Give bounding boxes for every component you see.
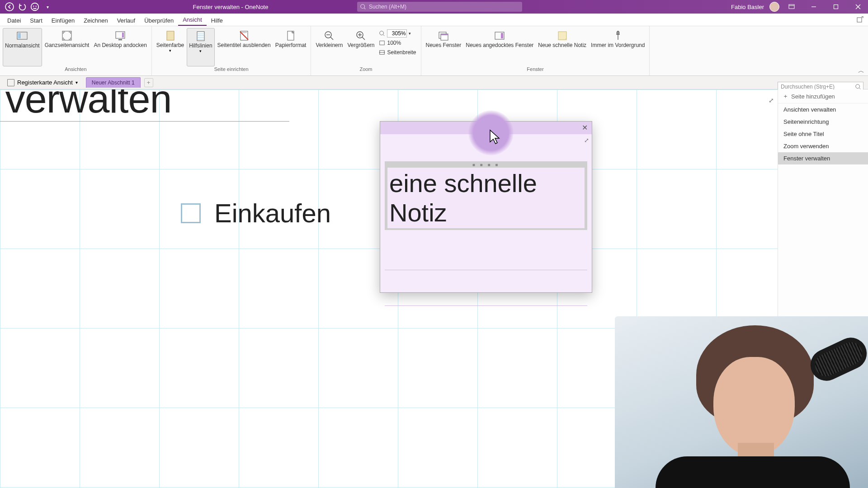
touch-mode-icon[interactable] — [30, 2, 40, 12]
share-icon[interactable] — [856, 16, 863, 23]
qat-dropdown-icon[interactable]: ▾ — [42, 2, 52, 12]
svg-rect-20 — [167, 31, 174, 40]
svg-rect-18 — [122, 33, 124, 38]
svg-line-50 — [859, 88, 861, 89]
ribbon: Normalansicht Ganzseitenansicht An Deskt… — [0, 26, 868, 76]
svg-rect-12 — [857, 18, 862, 22]
zoom-out-button[interactable]: Verkleinern — [314, 28, 344, 66]
undo-icon[interactable] — [17, 2, 27, 12]
minimize-icon[interactable] — [803, 0, 824, 14]
ribbon-display-icon[interactable] — [781, 0, 802, 14]
quick-note-text[interactable]: eine schnelle Notiz — [387, 168, 585, 228]
webcam-overlay — [615, 316, 868, 488]
tab-datei[interactable]: Datei — [3, 15, 25, 26]
group-ansichten: Ansichten — [65, 66, 86, 74]
back-icon[interactable] — [5, 2, 14, 12]
svg-rect-39 — [380, 41, 385, 45]
page-list-item[interactable]: Ansichten verwalten — [778, 103, 868, 116]
page-color-button[interactable]: Seitenfarbe▾ — [155, 28, 186, 66]
tab-hilfe[interactable]: Hilfe — [207, 15, 227, 26]
page-list-item[interactable]: Seite ohne Titel — [778, 128, 868, 140]
todo-checkbox[interactable] — [181, 203, 201, 223]
group-fenster: Fenster — [527, 66, 543, 74]
zoom-level-input[interactable] — [387, 29, 407, 38]
svg-rect-47 — [558, 32, 566, 40]
dock-desktop-button[interactable]: An Desktop andocken — [92, 28, 148, 66]
maximize-icon[interactable] — [826, 0, 846, 14]
search-box[interactable]: Suchen (Alt+M) — [357, 2, 522, 12]
svg-line-31 — [330, 37, 333, 40]
rule-lines-button[interactable]: Hilfslinien▾ — [187, 28, 214, 66]
quick-note-expand-icon[interactable]: ⤢ — [584, 137, 589, 144]
quick-note-text-container[interactable]: ■ ■ ■ ■ eine schnelle Notiz — [385, 161, 587, 230]
hide-title-button[interactable]: Seitentitel ausblenden — [216, 28, 273, 66]
new-window-button[interactable]: Neues Fenster — [424, 28, 463, 66]
svg-rect-14 — [18, 33, 21, 38]
tab-ueberpruefen[interactable]: Überprüfen — [140, 15, 178, 26]
normal-view-button[interactable]: Normalansicht — [3, 28, 42, 66]
quick-note-lines — [385, 235, 587, 307]
svg-line-5 — [364, 8, 366, 9]
svg-point-3 — [36, 5, 37, 6]
zoom-level-row[interactable]: ▾ — [379, 29, 416, 38]
tab-verlauf[interactable]: Verlauf — [113, 15, 140, 26]
new-docked-window-button[interactable]: Neues angedocktes Fenster — [464, 28, 535, 66]
add-section-button[interactable]: + — [144, 78, 153, 87]
notebook-icon — [7, 79, 14, 86]
quick-access-toolbar: ▾ — [0, 2, 52, 12]
collapse-ribbon-icon[interactable]: ︿ — [858, 67, 864, 75]
svg-point-0 — [5, 3, 14, 11]
page-list-item[interactable]: Fenster verwalten — [778, 152, 868, 164]
svg-point-37 — [380, 31, 384, 35]
new-quick-note-button[interactable]: Neue schnelle Notiz — [536, 28, 588, 66]
group-seite-einrichten: Seite einrichten — [214, 66, 249, 74]
zoom-100-button[interactable]: 100% — [379, 38, 416, 47]
search-placeholder: Suchen (Alt+M) — [369, 4, 406, 10]
title-underline — [0, 121, 289, 122]
tab-einfuegen[interactable]: Einfügen — [47, 15, 79, 26]
fullpage-view-button[interactable]: Ganzseitenansicht — [43, 28, 91, 66]
svg-rect-19 — [118, 39, 122, 40]
section-tab[interactable]: Neuer Abschnitt 1 — [86, 77, 141, 88]
svg-point-2 — [33, 5, 34, 6]
expand-page-icon[interactable]: ⤢ — [769, 97, 774, 104]
svg-rect-9 — [834, 5, 838, 9]
todo-item[interactable]: Einkaufen — [181, 198, 331, 228]
page-title[interactable]: r verwalten — [0, 89, 171, 122]
zoom-in-button[interactable]: Vergrößern — [345, 28, 376, 66]
ribbon-tabs: Datei Start Einfügen Zeichnen Verlauf Üb… — [0, 14, 868, 26]
window-title: Fenster verwalten - OneNote — [193, 4, 269, 10]
search-icon — [855, 84, 861, 90]
drag-handle-icon[interactable]: ■ ■ ■ ■ — [472, 162, 500, 167]
svg-line-34 — [362, 37, 365, 40]
notebook-dropdown[interactable]: Registerkarte Ansicht ▾ — [3, 78, 82, 87]
tab-ansicht[interactable]: Ansicht — [178, 14, 207, 26]
paper-size-button[interactable]: Papierformat — [274, 28, 308, 66]
svg-rect-15 — [22, 33, 26, 38]
svg-point-49 — [856, 84, 860, 89]
svg-point-4 — [361, 5, 365, 9]
tab-zeichnen[interactable]: Zeichnen — [79, 15, 112, 26]
svg-rect-6 — [789, 5, 794, 9]
close-icon[interactable] — [848, 0, 868, 14]
group-zoom: Zoom — [359, 66, 372, 74]
user-avatar[interactable] — [769, 2, 779, 12]
page-list-item[interactable]: Zoom verwenden — [778, 140, 868, 152]
todo-text[interactable]: Einkaufen — [214, 198, 331, 228]
section-bar: Registerkarte Ansicht ▾ Neuer Abschnitt … — [0, 76, 868, 89]
user-name[interactable]: Fabio Basler — [727, 4, 768, 10]
svg-line-38 — [383, 35, 385, 36]
tab-start[interactable]: Start — [25, 15, 47, 26]
svg-point-1 — [31, 3, 39, 11]
page-list-item[interactable]: Seiteneinrichtung — [778, 116, 868, 128]
add-page-button[interactable]: ＋Seite hinzufügen — [778, 89, 868, 103]
svg-rect-46 — [501, 33, 503, 38]
quick-note-close-icon[interactable]: ✕ — [580, 123, 589, 132]
notebook-name: Registerkarte Ansicht — [17, 79, 73, 86]
mouse-cursor-icon — [489, 129, 501, 145]
always-on-top-button[interactable]: Immer im Vordergrund — [589, 28, 646, 66]
svg-rect-44 — [441, 34, 448, 35]
zoom-page-width-button[interactable]: Seitenbreite — [379, 48, 416, 57]
svg-rect-16 — [62, 31, 71, 40]
